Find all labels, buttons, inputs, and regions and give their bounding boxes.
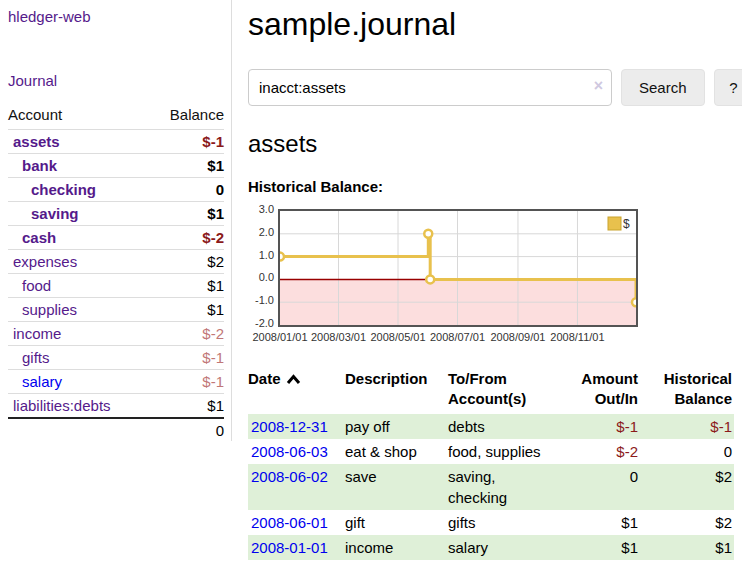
chart-canvas: $ xyxy=(278,209,638,327)
account-row: gifts$-1 xyxy=(8,346,224,370)
register-accounts-cell: gifts xyxy=(448,510,568,535)
account-name-cell: expenses xyxy=(8,250,149,274)
chart-xtick-label: 2008/07/01 xyxy=(430,331,485,343)
register-description-cell: eat & shop xyxy=(345,439,448,464)
sidebar-account-balance: $-1 xyxy=(149,370,224,394)
transaction-date-link[interactable]: 2008-12-31 xyxy=(251,418,328,435)
sidebar-account-balance: $1 xyxy=(149,298,224,322)
account-name-cell: saving xyxy=(8,202,149,226)
sidebar-account-link[interactable]: bank xyxy=(22,157,57,174)
account-row: bank$1 xyxy=(8,154,224,178)
account-name-cell: food xyxy=(8,274,149,298)
register-description-cell: income xyxy=(345,535,448,560)
sidebar-account-link[interactable]: assets xyxy=(13,133,60,150)
register-row: 2008-06-02savesaving,checking0$2 xyxy=(248,464,734,510)
page-title: sample.journal xyxy=(248,6,742,43)
register-col-date[interactable]: Date xyxy=(248,367,345,414)
register-balance-cell: $-1 xyxy=(640,414,734,439)
register-balance-cell: $1 xyxy=(640,535,734,560)
sidebar-account-link[interactable]: gifts xyxy=(22,349,50,366)
account-name-cell: assets xyxy=(8,130,149,154)
chart-ytick-label: 2.0 xyxy=(248,226,274,238)
search-input[interactable] xyxy=(248,69,612,106)
account-row: saving$1 xyxy=(8,202,224,226)
register-row: 2008-06-03eat & shopfood, supplies$-20 xyxy=(248,439,734,464)
account-name-cell: salary xyxy=(8,370,149,394)
account-name-cell: cash xyxy=(8,226,149,250)
transaction-date-link[interactable]: 2008-06-03 xyxy=(251,443,328,460)
register-description-cell: pay off xyxy=(345,414,448,439)
sidebar-account-balance: 0 xyxy=(149,178,224,202)
chevron-up-icon xyxy=(286,374,301,385)
sidebar-account-link[interactable]: expenses xyxy=(13,253,77,270)
register-balance-cell: $2 xyxy=(640,464,734,510)
chart-xtick-label: 2008/01/01 xyxy=(252,331,307,343)
sidebar-account-balance: $-1 xyxy=(149,346,224,370)
transaction-date-link[interactable]: 2008-06-01 xyxy=(251,514,328,531)
account-row: assets$-1 xyxy=(8,130,224,154)
register-date-cell: 2008-01-01 xyxy=(248,535,345,560)
register-description-cell: save xyxy=(345,464,448,510)
account-row: salary$-1 xyxy=(8,370,224,394)
account-name-cell: liabilities:debts xyxy=(8,394,149,419)
register-table: DateDescriptionTo/FromAccount(s)AmountOu… xyxy=(248,367,734,560)
help-button[interactable]: ? xyxy=(714,69,742,106)
chart-ytick-label: -2.0 xyxy=(248,317,274,329)
clear-search-icon[interactable]: × xyxy=(594,78,603,94)
search-button[interactable]: Search xyxy=(621,69,705,106)
sidebar-account-link[interactable]: supplies xyxy=(22,301,77,318)
register-date-cell: 2008-06-02 xyxy=(248,464,345,510)
register-date-cell: 2008-12-31 xyxy=(248,414,345,439)
chart-xtick-label: 2008/11/01 xyxy=(550,331,604,343)
sidebar-account-balance: $-2 xyxy=(149,322,224,346)
app-title-link[interactable]: hledger-web xyxy=(8,8,223,25)
transaction-date-link[interactable]: 2008-06-02 xyxy=(251,468,328,485)
chart-xtick-label: 2008/05/01 xyxy=(370,331,425,343)
register-amount-cell: $1 xyxy=(568,510,640,535)
sidebar-account-link[interactable]: saving xyxy=(31,205,79,222)
sidebar-account-link[interactable]: checking xyxy=(31,181,96,198)
account-name-cell: checking xyxy=(8,178,149,202)
sidebar: hledger-web Journal Account Balance asse… xyxy=(0,0,232,441)
sidebar-account-balance: $1 xyxy=(149,154,224,178)
chart-heading: Historical Balance: xyxy=(248,178,742,195)
accounts-table-body: assets$-1bank$1checking0saving$1cash$-2e… xyxy=(8,130,224,419)
chart-xtick-label: 2008/03/01 xyxy=(311,331,366,343)
register-date-cell: 2008-06-01 xyxy=(248,510,345,535)
chart-ytick-label: -1.0 xyxy=(248,294,274,306)
journal-link[interactable]: Journal xyxy=(8,72,223,89)
register-accounts-cell: debts xyxy=(448,414,568,439)
sidebar-account-link[interactable]: cash xyxy=(22,229,56,246)
account-name-cell: gifts xyxy=(8,346,149,370)
chart-ytick-label: 3.0 xyxy=(248,203,274,215)
accounts-col-balance: Balance xyxy=(149,104,224,130)
sidebar-account-balance: $1 xyxy=(149,394,224,419)
register-col-balance: HistoricalBalance xyxy=(640,367,734,414)
register-balance-cell: 0 xyxy=(640,439,734,464)
account-row: expenses$2 xyxy=(8,250,224,274)
account-row: supplies$1 xyxy=(8,298,224,322)
sidebar-account-link[interactable]: salary xyxy=(22,373,62,390)
transaction-date-link[interactable]: 2008-01-01 xyxy=(251,539,328,556)
accounts-total-row: 0 xyxy=(8,418,224,442)
register-amount-cell: 0 xyxy=(568,464,640,510)
chart-data-point xyxy=(426,275,434,283)
account-row: checking0 xyxy=(8,178,224,202)
register-date-cell: 2008-06-03 xyxy=(248,439,345,464)
search-input-wrap: × xyxy=(248,69,612,106)
register-row: 2008-06-01giftgifts$1$2 xyxy=(248,510,734,535)
sidebar-account-balance: $2 xyxy=(149,250,224,274)
main-content: sample.journal × Search ? assets Histori… xyxy=(232,0,742,560)
register-accounts-cell: saving,checking xyxy=(448,464,568,510)
chart-xtick-label: 2008/09/01 xyxy=(490,331,545,343)
register-col-amount: AmountOut/In xyxy=(568,367,640,414)
register-accounts-cell: salary xyxy=(448,535,568,560)
sidebar-account-balance: $-2 xyxy=(149,226,224,250)
sidebar-account-balance: $1 xyxy=(149,274,224,298)
sidebar-account-link[interactable]: income xyxy=(13,325,61,342)
account-row: liabilities:debts$1 xyxy=(8,394,224,419)
register-amount-cell: $-1 xyxy=(568,414,640,439)
sidebar-account-link[interactable]: food xyxy=(22,277,51,294)
chart-data-point xyxy=(424,230,432,238)
sidebar-account-link[interactable]: liabilities:debts xyxy=(13,397,111,414)
